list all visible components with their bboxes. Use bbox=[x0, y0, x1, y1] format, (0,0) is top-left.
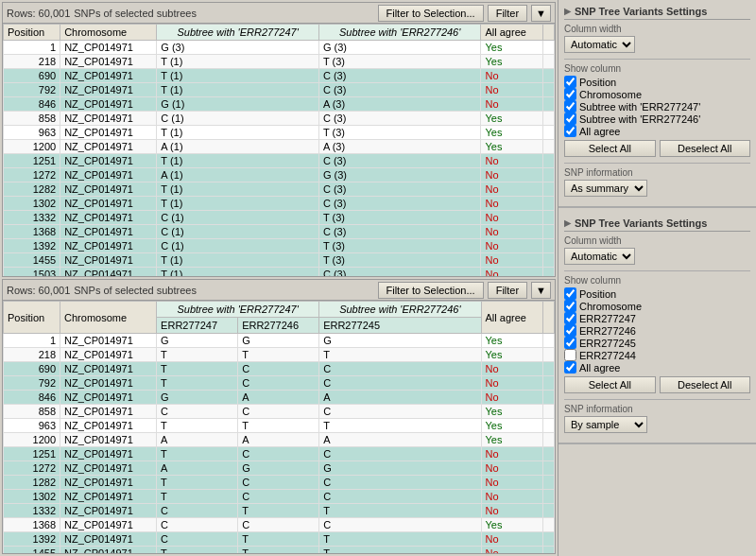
table-row[interactable]: 218 NZ_CP014971 T (1) T (3) Yes bbox=[4, 55, 555, 69]
settings2-checkbox[interactable] bbox=[564, 287, 576, 300]
col-subtree1-header[interactable]: Subtree with 'ERR277247' bbox=[157, 25, 319, 41]
settings1-check-label[interactable]: Chromosome bbox=[564, 88, 750, 100]
t2-sub-err277247[interactable]: ERR277247 bbox=[157, 318, 238, 334]
t2-sub-err277245[interactable]: ERR277245 bbox=[319, 318, 481, 334]
table-row[interactable]: 1200 NZ_CP014971 A A A Yes bbox=[4, 433, 555, 447]
settings2-check-label[interactable]: ERR277244 bbox=[564, 349, 750, 361]
table-row[interactable]: 846 NZ_CP014971 G A A No bbox=[4, 391, 555, 405]
settings2-deselectall-btn[interactable]: Deselect All bbox=[660, 376, 751, 393]
table1-filter-btn[interactable]: Filter bbox=[488, 5, 527, 22]
settings2-check-label[interactable]: Position bbox=[564, 287, 750, 300]
settings1-check-label[interactable]: All agree bbox=[564, 125, 750, 137]
table-row[interactable]: 1368 NZ_CP014971 C (1) C (3) No bbox=[4, 225, 555, 239]
t2-col-chromosome[interactable]: Chromosome bbox=[60, 302, 157, 334]
table1-filter-icon-btn[interactable]: ▼ bbox=[531, 5, 551, 22]
table2-filter-btn[interactable]: Filter bbox=[488, 282, 527, 299]
table-row[interactable]: 792 NZ_CP014971 T (1) C (3) No bbox=[4, 83, 555, 97]
settings1-collapse-arrow[interactable]: ▶ bbox=[564, 7, 571, 16]
table-row[interactable]: 1302 NZ_CP014971 T C C No bbox=[4, 490, 555, 504]
settings1-deselectall-btn[interactable]: Deselect All bbox=[660, 140, 751, 157]
settings2-check-label[interactable]: ERR277245 bbox=[564, 337, 750, 349]
settings2-checkbox[interactable] bbox=[564, 300, 576, 312]
settings2-colwidth-select[interactable]: Automatic bbox=[564, 248, 635, 265]
table-row[interactable]: 1200 NZ_CP014971 A (1) A (3) Yes bbox=[4, 140, 555, 154]
col-position[interactable]: Position bbox=[4, 25, 60, 41]
table-row[interactable]: 1503 NZ_CP014971 T (1) C (3) No bbox=[4, 268, 555, 277]
settings2-checkbox[interactable] bbox=[564, 312, 576, 324]
col-allagree[interactable]: All agree bbox=[481, 25, 543, 41]
table-row[interactable]: 846 NZ_CP014971 G (1) A (3) No bbox=[4, 97, 555, 112]
col-subtree2-header[interactable]: Subtree with 'ERR277246' bbox=[318, 25, 481, 41]
cell-v3: C bbox=[319, 490, 481, 504]
settings2-check-label[interactable]: Chromosome bbox=[564, 300, 750, 312]
cell-chr: NZ_CP014971 bbox=[60, 433, 157, 447]
table-row[interactable]: 792 NZ_CP014971 T C C No bbox=[4, 376, 555, 391]
cell-chr: NZ_CP014971 bbox=[60, 154, 157, 168]
table-row[interactable]: 1282 NZ_CP014971 T (1) C (3) No bbox=[4, 182, 555, 197]
table-row[interactable]: 218 NZ_CP014971 T T T Yes bbox=[4, 348, 555, 362]
table-row[interactable]: 963 NZ_CP014971 T T T Yes bbox=[4, 419, 555, 433]
cell-v2: C bbox=[238, 376, 319, 391]
table-row[interactable]: 1332 NZ_CP014971 C T T No bbox=[4, 504, 555, 518]
settings2-checkbox[interactable] bbox=[564, 361, 576, 374]
t2-col-allagree[interactable]: All agree bbox=[481, 302, 542, 334]
table2-scroll[interactable]: Position Chromosome Subtree with 'ERR277… bbox=[3, 301, 555, 553]
settings1-checkbox[interactable] bbox=[564, 100, 576, 113]
table2-filter-icon-btn[interactable]: ▼ bbox=[531, 282, 551, 299]
table1-scroll[interactable]: Position Chromosome Subtree with 'ERR277… bbox=[3, 24, 555, 276]
settings2-snpinfo-section: SNP information As summary By sample bbox=[564, 404, 750, 433]
table-row[interactable]: 1332 NZ_CP014971 C (1) T (3) No bbox=[4, 211, 555, 225]
settings2-check-label[interactable]: All agree bbox=[564, 361, 750, 374]
table-row[interactable]: 1272 NZ_CP014971 A G G No bbox=[4, 461, 555, 476]
settings2-check-label[interactable]: ERR277246 bbox=[564, 324, 750, 337]
settings2-collapse-arrow[interactable]: ▶ bbox=[564, 218, 571, 228]
table-row[interactable]: 1282 NZ_CP014971 T C C No bbox=[4, 476, 555, 490]
settings2-selectall-btn[interactable]: Select All bbox=[564, 376, 656, 393]
table-row[interactable]: 858 NZ_CP014971 C C C Yes bbox=[4, 405, 555, 419]
t2-sub-err277246[interactable]: ERR277246 bbox=[238, 318, 319, 334]
settings2-checkbox[interactable] bbox=[564, 337, 576, 349]
settings1-colwidth-select[interactable]: Automatic bbox=[564, 36, 635, 53]
settings1-selectall-btn[interactable]: Select All bbox=[564, 140, 656, 157]
table-row[interactable]: 1272 NZ_CP014971 A (1) G (3) No bbox=[4, 168, 555, 182]
table-row[interactable]: 690 NZ_CP014971 T (1) C (3) No bbox=[4, 69, 555, 83]
settings1-check-label[interactable]: Subtree with 'ERR277247' bbox=[564, 100, 750, 113]
cell-agree: No bbox=[481, 182, 543, 197]
table-row[interactable]: 1368 NZ_CP014971 C C C Yes bbox=[4, 518, 555, 532]
table-row[interactable]: 1251 NZ_CP014971 T (1) C (3) No bbox=[4, 154, 555, 168]
settings1-checkbox[interactable] bbox=[564, 125, 576, 137]
settings1-checkbox[interactable] bbox=[564, 113, 576, 125]
settings1-checkbox[interactable] bbox=[564, 88, 576, 100]
table2: Position Chromosome Subtree with 'ERR277… bbox=[3, 301, 555, 553]
table-row[interactable]: 1455 NZ_CP014971 T T T No bbox=[4, 547, 555, 554]
settings1-check-label[interactable]: Subtree with 'ERR277246' bbox=[564, 113, 750, 125]
t2-col-subtree2-header[interactable]: Subtree with 'ERR277246' bbox=[319, 302, 481, 318]
cell-agree: No bbox=[481, 211, 543, 225]
table2-filter-to-selection-btn[interactable]: Filter to Selection... bbox=[378, 282, 484, 299]
cell-chr: NZ_CP014971 bbox=[60, 239, 157, 253]
table-row[interactable]: 963 NZ_CP014971 T (1) T (3) Yes bbox=[4, 126, 555, 140]
table-row[interactable]: 858 NZ_CP014971 C (1) C (3) Yes bbox=[4, 112, 555, 126]
settings1-check-label[interactable]: Position bbox=[564, 76, 750, 88]
table-row[interactable]: 1302 NZ_CP014971 T (1) C (3) No bbox=[4, 197, 555, 211]
cell-sub1: C (1) bbox=[157, 239, 319, 253]
settings2-checkbox[interactable] bbox=[564, 349, 576, 361]
table-row[interactable]: 1392 NZ_CP014971 C (1) T (3) No bbox=[4, 239, 555, 253]
settings2-check-label[interactable]: ERR277247 bbox=[564, 312, 750, 324]
table-row[interactable]: 1251 NZ_CP014971 T C C No bbox=[4, 447, 555, 461]
t2-col-position[interactable]: Position bbox=[4, 302, 60, 334]
cell-sub2: T (3) bbox=[318, 126, 481, 140]
settings2-checkbox[interactable] bbox=[564, 324, 576, 337]
table-row[interactable]: 1 NZ_CP014971 G G G Yes bbox=[4, 334, 555, 348]
cell-v2: C bbox=[238, 518, 319, 532]
table-row[interactable]: 690 NZ_CP014971 T C C No bbox=[4, 362, 555, 376]
t2-col-subtree1-header[interactable]: Subtree with 'ERR277247' bbox=[157, 302, 319, 318]
table1-filter-to-selection-btn[interactable]: Filter to Selection... bbox=[378, 5, 484, 22]
table-row[interactable]: 1392 NZ_CP014971 C T T No bbox=[4, 532, 555, 547]
settings2-snpinfo-select[interactable]: As summary By sample bbox=[564, 416, 647, 433]
table-row[interactable]: 1 NZ_CP014971 G (3) G (3) Yes bbox=[4, 41, 555, 55]
table-row[interactable]: 1455 NZ_CP014971 T (1) T (3) No bbox=[4, 253, 555, 268]
col-chromosome[interactable]: Chromosome bbox=[60, 25, 157, 41]
settings1-snpinfo-select[interactable]: As summary By sample bbox=[564, 180, 647, 197]
settings1-checkbox[interactable] bbox=[564, 76, 576, 88]
